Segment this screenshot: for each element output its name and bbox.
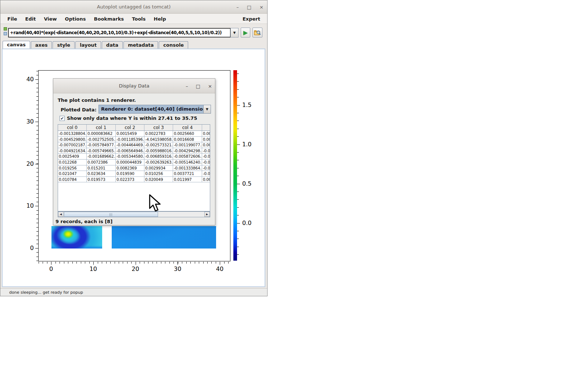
table-cell: -0.005872606...: [173, 154, 202, 160]
menu-item-tools[interactable]: Tools: [129, 15, 149, 23]
colorbar[interactable]: [233, 70, 237, 261]
table-row[interactable]: 0.0192560.0152010.00823690.0029934-0.001…: [58, 165, 210, 171]
menu-item-view[interactable]: View: [40, 15, 60, 23]
table-cell: 0.000044839: [116, 160, 144, 165]
column-header[interactable]: col 0: [58, 125, 87, 131]
window-titlebar[interactable]: Autoplot untagged (as tomcat) – □ ×: [0, 0, 267, 14]
table-cell: -0.005988016...: [144, 148, 173, 154]
table-cell: -0.002573321...: [144, 142, 173, 148]
menu-item-expert[interactable]: Expert: [239, 15, 263, 23]
scroll-right-icon[interactable]: ▶: [204, 212, 210, 217]
inspect-uri-button[interactable]: [252, 28, 262, 37]
table-cell: 0.0025660: [173, 131, 202, 137]
column-header[interactable]: [202, 125, 210, 131]
y-filter-checkbox[interactable]: ✔: [60, 116, 65, 121]
status-message: done sleeping... get ready for popup: [9, 290, 83, 295]
minimize-icon[interactable]: –: [236, 5, 239, 10]
datasource-type-icon: [3, 27, 8, 36]
address-bar-row: +rand(40,40)*(exp(-distance(40,40,20,20,…: [0, 24, 267, 40]
table-cell: 0.023634: [87, 171, 116, 177]
table-row[interactable]: -0.004529800...-0.002752505...-0.0011853…: [58, 137, 210, 143]
tab-layout[interactable]: layout: [75, 41, 101, 49]
tab-console[interactable]: console: [159, 41, 188, 49]
table-cell: 0.019573: [87, 177, 116, 183]
tab-axes[interactable]: axes: [31, 41, 52, 49]
table-cell: 0.015201: [87, 165, 116, 171]
display-data-dialog: Display Data – □ × The plot contains 1 r…: [53, 78, 215, 225]
table-row[interactable]: 0.0122680.00723860.000044839-0.002639263…: [58, 160, 210, 165]
plot-canvas[interactable]: Display Data – □ × The plot contains 1 r…: [2, 49, 265, 287]
colorbar-tick-label: 1.5: [242, 101, 258, 109]
table-cell: 0.0022783: [144, 131, 173, 137]
uri-history-dropdown[interactable]: ▼: [230, 28, 239, 37]
table-cell: -0.002639263...: [144, 160, 173, 165]
green-square-icon: [4, 27, 7, 31]
table-cell: 0.0037721: [173, 171, 202, 177]
mouse-cursor-icon: [148, 194, 161, 213]
table-row[interactable]: 0.0025409-0.001689662...-0.005344580...-…: [58, 154, 210, 160]
table-cell: -0.004464469...: [116, 142, 144, 148]
table-row[interactable]: 0.0107840.0195730.0223730.0200490.011997…: [58, 177, 210, 183]
table-row[interactable]: -0.004921634...-0.005749665...-0.0065649…: [58, 148, 210, 154]
chevron-down-icon: ▼: [206, 107, 208, 111]
scroll-left-icon[interactable]: ◀: [58, 212, 64, 217]
table-cell: -0.001199077...: [173, 142, 202, 148]
status-bar: done sleeping... get ready for popup: [0, 288, 267, 296]
tab-style[interactable]: style: [53, 41, 75, 49]
table-cell: -0.001185396...: [116, 137, 144, 143]
x-axis-tick-label: 10: [86, 265, 101, 273]
column-header[interactable]: col 2: [116, 125, 144, 131]
table-cell: -0.0: [202, 160, 210, 165]
menu-item-help[interactable]: Help: [150, 15, 169, 23]
y-axis-major-tick: [35, 206, 38, 206]
maximize-icon[interactable]: □: [247, 5, 251, 10]
menu-item-file[interactable]: File: [4, 15, 21, 23]
table-cell: -0.0: [202, 148, 210, 154]
table-cell: 0.00: [202, 131, 210, 137]
table-cell: 0.0029934: [144, 165, 173, 171]
menu-item-options[interactable]: Options: [62, 15, 89, 23]
table-cell: -0.0: [202, 171, 210, 177]
close-icon[interactable]: ×: [259, 5, 263, 10]
renderer-count-text: The plot contains 1 renderer.: [58, 97, 136, 103]
window-controls: – □ ×: [236, 0, 263, 14]
table-cell: 0.0016608: [173, 137, 202, 143]
table-cell: -0.004921634...: [58, 148, 87, 154]
data-table[interactable]: col 0col 1col 2col 3col 4-0.001328804...…: [58, 124, 210, 211]
tab-canvas[interactable]: canvas: [3, 41, 30, 49]
column-header[interactable]: col 3: [144, 125, 173, 131]
horizontal-scrollbar[interactable]: ◀ ▶: [58, 211, 210, 217]
dialog-titlebar[interactable]: Display Data – □ ×: [53, 79, 215, 93]
table-cell: -0.001333864...: [173, 165, 202, 171]
table-cell: 0.019256: [58, 165, 87, 171]
plot-layer: Display Data – □ × The plot contains 1 r…: [3, 49, 265, 286]
x-axis-major-tick: [51, 262, 51, 265]
combo-dropdown-button[interactable]: ▼: [203, 105, 211, 113]
table-row[interactable]: -0.001328804...0.0000836620.00154590.002…: [58, 131, 210, 137]
table-row[interactable]: 0.0210470.0236340.0195900.0102560.003772…: [58, 171, 210, 177]
tab-data[interactable]: data: [102, 41, 123, 49]
folder-search-icon: [254, 29, 261, 36]
x-axis-major-tick: [220, 262, 220, 265]
uri-input[interactable]: +rand(40,40)*(exp(-distance(40,40,20,20,…: [8, 28, 231, 37]
tab-metadata[interactable]: metadata: [123, 41, 158, 49]
menu-item-edit[interactable]: Edit: [22, 15, 39, 23]
dialog-maximize-icon[interactable]: □: [196, 84, 200, 89]
records-summary-text: 9 records, each is [8]: [55, 219, 112, 224]
table-row[interactable]: -0.007002187...-0.005784977...-0.0044644…: [58, 142, 210, 148]
column-header[interactable]: col 1: [87, 125, 116, 131]
plotted-data-select[interactable]: Renderer 0: dataset[40,40] (dimension...…: [98, 105, 211, 114]
dialog-close-icon[interactable]: ×: [208, 84, 212, 89]
scrollbar-grip: [110, 213, 113, 216]
go-button[interactable]: ▶: [241, 28, 250, 37]
colorbar-major-tick: [237, 184, 240, 184]
table-cell: -0.0: [202, 154, 210, 160]
table-cell: 0.0082369: [116, 165, 144, 171]
column-header[interactable]: col 4: [173, 125, 202, 131]
scrollbar-thumb[interactable]: [64, 212, 158, 217]
table-cell: -0.006564946...: [116, 148, 144, 154]
table-cell: -0.004294298...: [173, 148, 202, 154]
dialog-minimize-icon[interactable]: –: [186, 84, 188, 89]
menu-item-bookmarks[interactable]: Bookmarks: [91, 15, 128, 23]
x-axis-major-tick: [178, 262, 178, 265]
